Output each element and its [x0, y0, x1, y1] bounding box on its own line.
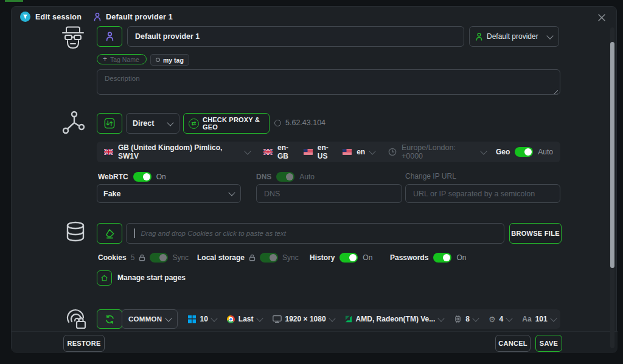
fingerprint-bar: COMMON 10 Last 1920 × 1080 AMD, Radeon(T… — [97, 309, 560, 329]
passwords-label: Passwords — [390, 253, 428, 262]
profile-section-icon — [59, 25, 87, 49]
localstorage-sync-toggle[interactable] — [260, 253, 278, 263]
language-3: en — [357, 148, 365, 156]
cookies-dropzone[interactable]: Drag and drop Cookies or click to paste … — [126, 223, 504, 244]
webrtc-control: WebRTC On — [98, 172, 166, 182]
fingerprint-refresh-button[interactable] — [97, 309, 122, 329]
geo-bar: GB (United Kingdom) Pimlico, SW1V en-GB … — [97, 142, 560, 162]
history-toggle[interactable] — [339, 253, 358, 263]
clock-icon — [388, 148, 397, 156]
dns-input[interactable] — [256, 184, 402, 203]
fonts-count-value: 101 — [535, 315, 548, 323]
proxy-ip: 5.62.43.104 — [274, 118, 325, 127]
save-button[interactable]: SAVE — [535, 335, 562, 352]
timezone-value[interactable]: Europe/London: +0000 — [402, 143, 476, 160]
passwords-toggle[interactable] — [433, 253, 451, 263]
provider-dropdown[interactable]: Default provider — [469, 26, 559, 47]
history-label: History — [310, 253, 335, 262]
cpu-cores-value: 8 — [465, 315, 470, 323]
localstorage-sync-group: Local storage Sync — [197, 253, 299, 263]
webrtc-mode-value: Fake — [103, 190, 121, 198]
tag-dot-icon — [156, 58, 160, 62]
geo-toggle[interactable] — [515, 147, 533, 157]
windows-icon — [188, 315, 196, 323]
gear-icon: ⚙ — [489, 315, 496, 323]
us-flag-icon — [304, 149, 313, 155]
localstorage-sync-state: Sync — [282, 253, 299, 262]
scrollbar-thumb[interactable] — [610, 42, 614, 268]
os-version-value: 10 — [200, 315, 207, 323]
language-1: en-GB — [277, 143, 299, 160]
chevron-down-icon — [472, 315, 479, 321]
gpu-select[interactable]: AMD, Radeon(TM) Ve... — [345, 315, 444, 323]
cookies-sync-toggle[interactable] — [150, 253, 168, 263]
provider-person-icon — [476, 33, 482, 41]
geo-toggle-state: Auto — [538, 148, 553, 156]
change-ip-label: Change IP URL — [405, 172, 456, 180]
change-ip-group: Change IP URL — [405, 172, 456, 180]
webrtc-toggle[interactable] — [133, 172, 151, 182]
profile-person-icon — [94, 13, 101, 21]
chevron-down-icon — [546, 32, 553, 39]
os-select[interactable]: 10 — [188, 315, 216, 323]
dialog-header: Edit session Default provider 1 — [20, 12, 173, 22]
profile-icon-button[interactable] — [97, 26, 122, 47]
geo-location-value[interactable]: GB (United Kingdom) Pimlico, SW1V — [118, 143, 240, 160]
chrome-icon — [227, 315, 235, 323]
fonts-select[interactable]: Aa 101 — [522, 315, 555, 323]
profile-name-input[interactable] — [127, 26, 464, 47]
restore-button[interactable]: RESTORE — [63, 335, 105, 352]
fingerprint-preset-select[interactable]: COMMON — [122, 309, 178, 329]
dns-toggle[interactable] — [276, 172, 294, 182]
browser-version-select[interactable]: Last — [227, 315, 262, 323]
browser-version-value: Last — [238, 315, 254, 323]
cookies-section-icon — [64, 221, 87, 245]
session-funnel-icon — [20, 12, 30, 22]
dns-state: Auto — [299, 173, 315, 181]
webrtc-mode-select[interactable]: Fake — [97, 184, 241, 203]
memory-select[interactable]: ⚙ 4 — [489, 315, 512, 323]
check-proxy-button[interactable]: ⇄ CHECK PROXY & GEO — [183, 113, 270, 134]
us-flag-icon — [343, 149, 352, 155]
font-aa-icon: Aa — [522, 315, 531, 323]
chevron-down-icon — [329, 315, 335, 321]
cancel-button[interactable]: CANCEL — [495, 335, 531, 352]
cookies-label: Cookies — [98, 253, 127, 262]
chevron-down-icon — [506, 315, 513, 321]
chevron-down-icon — [228, 189, 235, 196]
amd-icon — [345, 315, 352, 323]
chevron-down-icon — [256, 315, 263, 321]
passwords-group: Passwords On — [390, 253, 466, 263]
chevron-down-icon[interactable] — [369, 148, 376, 154]
cpu-icon — [454, 315, 462, 323]
chevron-down-icon[interactable] — [245, 148, 251, 154]
cpu-cores-select[interactable]: 8 — [454, 315, 478, 323]
tag-name-placeholder: Tag Name — [110, 56, 139, 63]
lock-icon — [139, 254, 145, 261]
tag-chip[interactable]: my tag — [150, 54, 189, 66]
description-textarea[interactable] — [97, 69, 560, 95]
browse-file-button[interactable]: BROWSE FILE — [509, 223, 562, 244]
manage-start-pages-button[interactable] — [97, 270, 112, 286]
webrtc-state: On — [156, 173, 166, 181]
language-2: en-US — [318, 143, 338, 160]
chevron-down-icon[interactable] — [480, 148, 487, 154]
history-state: On — [363, 253, 372, 262]
passwords-state: On — [456, 253, 466, 262]
proxy-transfer-button[interactable] — [97, 113, 122, 134]
monitor-icon — [273, 315, 282, 323]
resolution-select[interactable]: 1920 × 1080 — [273, 315, 335, 323]
provider-dropdown-value: Default provider — [487, 32, 538, 41]
cookies-clean-button[interactable] — [97, 223, 122, 244]
fingerprint-section-icon — [64, 306, 88, 331]
dns-control: DNS Auto — [256, 172, 315, 182]
chevron-down-icon — [211, 315, 217, 321]
gpu-value: AMD, Radeon(TM) Ve... — [356, 315, 436, 323]
tag-chip-label: my tag — [163, 57, 184, 64]
change-ip-url-input[interactable] — [405, 184, 560, 203]
cookies-drop-placeholder: Drag and drop Cookies or click to paste … — [141, 230, 286, 237]
tag-name-input[interactable]: + Tag Name — [97, 54, 147, 64]
proxy-mode-select[interactable]: Direct — [126, 113, 179, 134]
close-icon[interactable] — [597, 13, 607, 22]
dialog-title: Edit session — [35, 13, 82, 21]
